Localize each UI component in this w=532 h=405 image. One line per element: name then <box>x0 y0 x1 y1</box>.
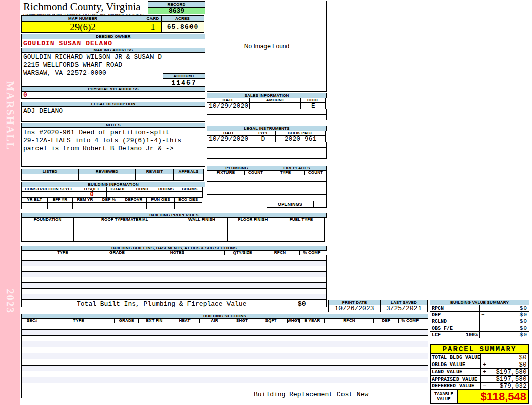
built-ins-total-row: Total Built Ins, Plumbing & Fireplace Va… <box>21 299 327 307</box>
instrument-date: 10/29/2020 <box>207 135 251 142</box>
plumbing-empty-rows <box>207 175 267 201</box>
built-ins-empty-rows <box>21 255 327 300</box>
building-sections-table: BUILDING SECTIONS SEC# TYPE GRADE EXT FI… <box>21 314 428 398</box>
builtins-col-notes: NOTES <box>130 250 225 255</box>
yrblt-value <box>21 202 48 209</box>
parcel-value: $197,580 <box>496 369 527 376</box>
builtins-col-type: TYPE <box>21 250 104 255</box>
bvs-row-rpcn: RPCN $0 <box>430 305 529 312</box>
empty-row <box>207 188 267 195</box>
no-image-message: No Image Found <box>244 43 289 50</box>
openings-value <box>313 201 327 208</box>
building-information-table: BUILDING INFORMATION CONSTRUCTION STYLE … <box>21 182 205 209</box>
sales-information-table: SALES INFORMATION DATE AMOUNT CODE 10/29… <box>207 93 327 120</box>
parcel-label: DEFERRED VALUE <box>431 383 481 389</box>
bvs-row-lcf: LCF100% $0 <box>430 331 529 338</box>
bvs-row-rclnd: RCLND $0 <box>430 318 529 325</box>
sale-amount <box>249 102 301 109</box>
builtins-col-comp: % COMP <box>299 250 324 255</box>
bs-col-shgt: SHGT <box>230 318 254 323</box>
county-title: Richmond County, Virginia <box>23 2 147 12</box>
mailing-address-area: GOULDIN RICHARD WILSON JR & SUSAN D 2215… <box>21 52 205 87</box>
parcel-value: $0 <box>519 354 527 361</box>
fuel-type-value <box>278 222 325 242</box>
plumbing-col-count: COUNT <box>244 170 267 175</box>
bvs-value: $0 <box>520 312 527 318</box>
ecoobs-value <box>174 202 202 209</box>
parcel-value: $79,032 <box>500 383 527 390</box>
dep-value <box>97 202 121 209</box>
builtins-col-qty: QTY/SIZE <box>224 250 260 255</box>
bvs-op: − <box>481 312 485 318</box>
parcel-label: TOTAL BLDG VALUE <box>431 354 481 361</box>
remyr-value <box>72 202 97 209</box>
sales-row: 10/29/2020 E <box>207 102 327 109</box>
instruments-empty-rows <box>207 142 327 159</box>
bvs-label: OBS F/E <box>432 326 453 331</box>
bvs-row-obsfe: OBS F/E −$0 <box>430 325 529 332</box>
parcel-label: APPRAISED VALUE <box>431 376 481 382</box>
bvs-value: $0 <box>520 305 527 311</box>
bs-col-sec: SEC# <box>21 318 43 323</box>
fireplaces-table: FIREPLACES TYPE COUNT OPENINGS <box>267 166 327 208</box>
bs-col-whgt: WHGT <box>287 318 300 323</box>
instrument-row: 10/29/2020 D 2020 961 <box>207 135 327 142</box>
notes-line: parcel is from Robert B Delano Jr & -> <box>22 145 205 153</box>
plumbing-fireplaces: PLUMBING FIXTURE COUNT FIREPLACES TYPE C… <box>207 166 327 208</box>
empty-row <box>207 153 327 159</box>
physical-address-value: 0 <box>21 91 205 99</box>
parcel-value: $197,580 <box>496 376 527 383</box>
parcel-value: $0 <box>519 361 527 369</box>
builtins-col-grade: GRADE <box>104 250 130 255</box>
taxable-value-label: TAXABLE VALUE <box>431 390 458 403</box>
parcel-row-taxable: TAXABLE VALUE $118,548 <box>431 390 528 403</box>
replacement-cost-label: Building Replacement Cost New <box>254 391 368 398</box>
effyr-value <box>47 202 73 209</box>
roof-value <box>73 222 176 242</box>
bs-col-comp: % COMP <box>398 318 422 323</box>
revisit-value <box>135 174 174 181</box>
parcel-row-deferred: DEFERRED VALUE −$79,032 <box>431 383 528 390</box>
parcel-row-land: LAND VALUE +$197,580 <box>431 369 528 376</box>
bvs-label: RCLND <box>432 319 447 325</box>
mailing-address-box: MAILING ADDRESS GOULDIN RICHARD WILSON J… <box>21 48 205 87</box>
bs-col-type: TYPE <box>43 318 115 323</box>
empty-row <box>267 194 327 201</box>
mailing-line: GOULDIN RICHARD WILSON JR & SUSAN D <box>22 53 205 61</box>
record-box: RECORD 8639 <box>148 1 205 14</box>
bvs-value: $0 <box>520 332 527 338</box>
floor-finish-value <box>227 222 278 242</box>
bs-col-extfin: EXT FIN <box>138 318 170 323</box>
appeals-value <box>173 174 204 181</box>
instrument-bookpage: 2020 961 <box>275 135 326 142</box>
parcel-summary-title: PARCEL SUMMARY <box>431 345 528 354</box>
bvs-op: − <box>481 325 485 331</box>
bvs-label: RPCN <box>432 306 444 311</box>
empty-row <box>207 114 327 120</box>
builtins-col-rpcn: RPCN <box>260 250 300 255</box>
sale-date: 10/29/2020 <box>207 102 250 109</box>
listed-value <box>21 174 79 181</box>
sale-code: E <box>300 102 326 109</box>
bs-col-sqft: SQFT <box>254 318 288 323</box>
fireplaces-col-type: TYPE <box>267 170 305 175</box>
notes-line: 29-12A-ETALS into 4 lots (29(6)1-4)-this <box>22 137 205 145</box>
sales-empty-rows <box>207 109 327 120</box>
last-saved-value: 3/25/2021 <box>380 305 428 312</box>
bvs-value: $0 <box>520 325 527 331</box>
building-sections-footer: Building Replacement Cost New <box>21 389 428 398</box>
openings-label: OPENINGS <box>267 201 314 208</box>
bs-col-heat: HEAT <box>170 318 200 323</box>
parcel-summary: PARCEL SUMMARY TOTAL BLDG VALUE $0 OBLDG… <box>430 344 529 404</box>
bs-col-eyear: E YEAR <box>299 318 325 323</box>
deeded-owner-value: GOULDIN SUSAN DELANO <box>21 39 205 47</box>
parcel-row-total-bldg: TOTAL BLDG VALUE $0 <box>431 354 528 361</box>
bs-col-rpcn: RPCN <box>324 318 374 323</box>
built-ins-total-label: Total Built Ins, Plumbing & Fireplace Va… <box>77 300 246 308</box>
empty-row <box>207 194 267 201</box>
empty-row <box>267 188 327 195</box>
map-card-acres: MAP NUMBER CARD ACRES 29(6)2 1 65.8600 <box>21 15 205 33</box>
wall-finish-value <box>176 222 228 242</box>
print-date-value: 10/26/2023 <box>328 305 381 312</box>
parcel-op: + <box>483 361 487 369</box>
